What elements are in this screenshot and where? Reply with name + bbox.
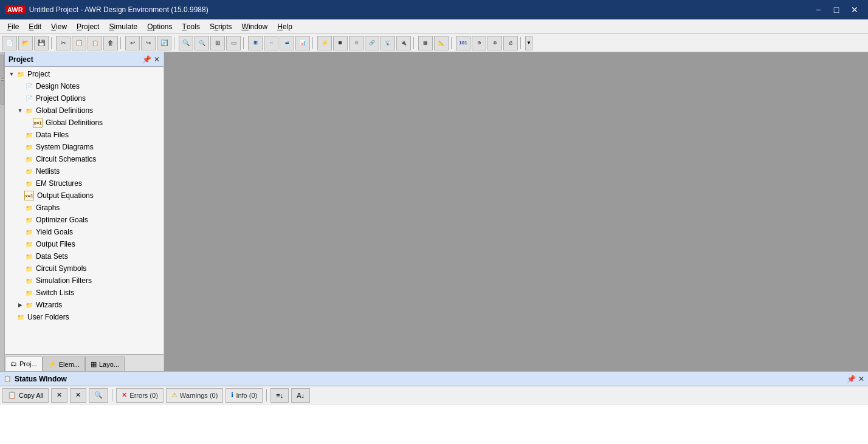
tree-item-global-defs-item[interactable]: x=1 Global Definitions [5,117,164,129]
save-button[interactable]: 💾 [34,36,49,50]
tree-item-em-structures[interactable]: 📁 EM Structures [5,177,164,190]
sort-button-2[interactable]: A↓ [291,388,310,403]
tree-item-project-root[interactable]: ▼ 📁 Project [5,68,164,80]
toolbar-sep-8 [520,37,523,49]
menu-file[interactable]: File [2,19,24,33]
toolbar: 📄 📂 💾 ✂ 📋 📋 🗑 ↩ ↪ 🔄 🔍 🔍 ⊞ ▭ ⊞ ↔ ⇌ 📊 ⚡ ⏹ … [0,34,868,52]
tab-layout[interactable]: ▦ Layo... [85,357,125,371]
folder-icon-yield-goals: 📁 [24,227,34,237]
tab-project[interactable]: 🗂 Proj... [5,357,43,371]
tree-item-circuit-symbols[interactable]: 📁 Circuit Symbols [5,262,164,275]
tree-item-simulation-filters[interactable]: 📁 Simulation Filters [5,275,164,287]
menu-tools[interactable]: Tools [177,19,205,33]
tree-item-user-folders[interactable]: 📁 User Folders [5,311,164,323]
fit-button[interactable]: ⊞ [210,36,225,50]
toolbar-expand-button[interactable]: ▼ [525,36,532,50]
title-controls: − □ ✕ [810,1,863,18]
tree-item-design-notes[interactable]: 📄 Design Notes [5,80,164,92]
num-tb3[interactable]: ⊗ [487,36,502,50]
tree-item-graphs[interactable]: 📁 Graphs [5,202,164,214]
tree-item-wizards[interactable]: ▶ 📁 Wizards [5,299,164,311]
sim-tb3[interactable]: ⚙ [349,36,363,50]
info-filter-button[interactable]: ℹ Info (0) [226,388,263,403]
minimize-button[interactable]: − [810,1,827,18]
tree-item-data-sets[interactable]: 📁 Data Sets [5,250,164,262]
view-tb1[interactable]: ▦ [418,36,433,50]
sim-stop-button[interactable]: ⏹ [333,36,348,50]
tree-item-data-files[interactable]: 📁 Data Files [5,129,164,141]
num-tb1[interactable]: 101 [456,36,470,50]
tree-item-project-options[interactable]: 📄 Project Options [5,92,164,104]
sim-tb4[interactable]: 🔗 [365,36,379,50]
redo-button[interactable]: ↪ [141,36,156,50]
zoom-out-button[interactable]: 🔍 [195,36,209,50]
status-window: 📋 Status Window 📌 ✕ 📋 Copy All ✕ ✕ [0,371,868,444]
expander-global-defs[interactable]: ▼ [16,106,24,115]
close-button[interactable]: ✕ [846,1,863,18]
undo-button[interactable]: ↩ [125,36,140,50]
tab-elements[interactable]: ⚡ Elem... [43,357,85,371]
delete-button[interactable]: 🗑 [103,36,118,50]
sort-button-1[interactable]: ≡↓ [270,388,289,403]
tree-item-netlists[interactable]: 📁 Netlists [5,165,164,177]
menu-simulate[interactable]: Simulate [104,19,142,33]
filter-button[interactable]: 🔍 [89,388,108,403]
tree-item-global-defs-folder[interactable]: ▼ 📁 Global Definitions [5,104,164,117]
status-close-button[interactable]: ✕ [858,375,864,383]
sim-tb5[interactable]: 📡 [381,36,395,50]
rect-button[interactable]: ▭ [226,36,241,50]
folder-icon-system-diagrams: 📁 [24,142,34,152]
tree-item-system-diagrams[interactable]: 📁 System Diagrams [5,141,164,153]
maximize-button[interactable]: □ [828,1,845,18]
paste-button[interactable]: 📋 [88,36,102,50]
view-tb2[interactable]: 📐 [434,36,449,50]
tree-label-yield-goals: Yield Goals [36,228,73,236]
tree-item-optimizer-goals[interactable]: 📁 Optimizer Goals [5,214,164,226]
tb-circuit-1[interactable]: ⊞ [248,36,263,50]
tree-item-circuit-schematics[interactable]: 📁 Circuit Schematics [5,153,164,165]
errors-filter-button[interactable]: ✕ Errors (0) [116,388,163,403]
expander-simulation-filters [16,276,24,285]
doc-icon-project-options: 📄 [24,94,34,103]
tree-item-output-files[interactable]: 📁 Output Files [5,238,164,250]
cut-button[interactable]: ✂ [56,36,71,50]
menu-scripts[interactable]: Scripts [205,19,237,33]
menu-window[interactable]: Window [237,19,273,33]
expander-wizards[interactable]: ▶ [16,301,24,309]
menu-help[interactable]: Help [272,19,297,33]
refresh-button[interactable]: 🔄 [157,36,171,50]
open-button[interactable]: 📂 [18,36,33,50]
menu-view[interactable]: View [46,19,72,33]
sim-run-button[interactable]: ⚡ [317,36,332,50]
status-pin-button[interactable]: 📌 [847,375,856,383]
tree-label-netlists: Netlists [36,167,60,176]
tb-circuit-3[interactable]: ⇌ [280,36,294,50]
sidebar-close-button[interactable]: ✕ [154,55,160,64]
warnings-filter-button[interactable]: ⚠ Warnings (0) [166,388,224,403]
toolbar-sep-4 [243,37,246,49]
folder-icon-graphs: 📁 [24,203,34,213]
copy-all-button[interactable]: 📋 Copy All [2,388,49,403]
tree-item-output-equations[interactable]: x=1 Output Equations [5,190,164,202]
menu-edit[interactable]: Edit [24,19,46,33]
tree-item-yield-goals[interactable]: 📁 Yield Goals [5,226,164,238]
sidebar-pin-button[interactable]: 📌 [142,55,151,64]
clear-button-1[interactable]: ✕ [51,388,67,403]
new-button[interactable]: 📄 [2,36,17,50]
tree-item-switch-lists[interactable]: 📁 Switch Lists [5,287,164,299]
menu-project[interactable]: Project [72,19,104,33]
tb-circuit-2[interactable]: ↔ [264,36,278,50]
menu-options[interactable]: Options [142,19,177,33]
num-tb4[interactable]: 🖨 [503,36,518,50]
tb-circuit-4[interactable]: 📊 [295,36,310,50]
clear-button-2[interactable]: ✕ [70,388,86,403]
sim-tb6[interactable]: 🔌 [396,36,411,50]
tree-label-data-files: Data Files [36,131,69,139]
copy-button[interactable]: 📋 [72,36,86,50]
status-sep-1 [112,389,112,401]
status-window-title: Status Window [15,375,67,383]
num-tb2[interactable]: ⊕ [472,36,486,50]
expander-project-root[interactable]: ▼ [7,70,16,78]
zoom-in-button[interactable]: 🔍 [179,36,193,50]
clear-2-label: ✕ [75,391,81,399]
